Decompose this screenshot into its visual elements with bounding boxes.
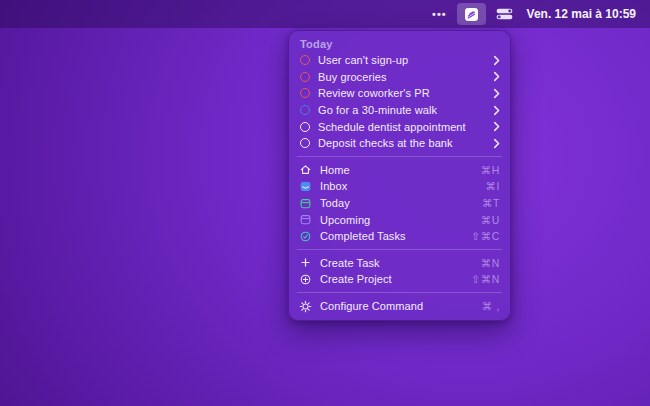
plus-icon <box>299 256 312 269</box>
menu-item-today[interactable]: Today⌘T <box>289 195 510 212</box>
chevron-right-icon <box>493 55 500 66</box>
command-menu-panel: Today User can't sign-upBuy groceriesRev… <box>288 30 511 321</box>
task-status-circle-icon[interactable] <box>300 138 310 148</box>
inbox-icon <box>299 180 312 193</box>
task-item-label: Go for a 30-minute walk <box>318 104 485 116</box>
menu-item-inbox[interactable]: Inbox⌘I <box>289 178 510 195</box>
menu-item-label: Today <box>320 197 474 209</box>
task-item-buy-groceries[interactable]: Buy groceries <box>289 69 510 86</box>
menu-item-label: Completed Tasks <box>320 230 463 242</box>
task-item-go-for-a-30-minute-walk[interactable]: Go for a 30-minute walk <box>289 102 510 119</box>
keyboard-shortcut: ⌘H <box>481 164 500 176</box>
completed-icon <box>299 230 312 243</box>
gear-icon <box>299 300 312 313</box>
chevron-right-icon <box>493 121 500 132</box>
chevron-right-icon <box>493 138 500 149</box>
command-app-logo-icon <box>463 6 480 23</box>
task-status-circle-icon[interactable] <box>300 122 310 132</box>
create-list: Create Task⌘NCreate Project⇧⌘N <box>289 255 510 288</box>
task-item-label: Buy groceries <box>318 71 485 83</box>
menu-item-label: Create Project <box>320 273 463 285</box>
menu-item-label: Create Task <box>320 257 473 269</box>
task-item-label: Deposit checks at the bank <box>318 137 485 149</box>
keyboard-shortcut: ⇧⌘N <box>471 273 500 285</box>
menu-item-completed-tasks[interactable]: Completed Tasks⇧⌘C <box>289 228 510 245</box>
footer-list: Configure Command⌘ , <box>289 298 510 315</box>
overflow-dots-icon[interactable]: ••• <box>426 3 453 25</box>
menu-divider <box>297 249 502 250</box>
keyboard-shortcut: ⌘U <box>481 214 500 226</box>
task-item-user-can-t-sign-up[interactable]: User can't sign-up <box>289 52 510 69</box>
menu-item-label: Upcoming <box>320 214 473 226</box>
menu-item-create-project[interactable]: Create Project⇧⌘N <box>289 271 510 288</box>
task-item-label: User can't sign-up <box>318 54 485 66</box>
chevron-right-icon <box>493 88 500 99</box>
chevron-right-icon <box>493 105 500 116</box>
keyboard-shortcut: ⌘N <box>481 257 500 269</box>
menu-item-upcoming[interactable]: Upcoming⌘U <box>289 211 510 228</box>
task-item-label: Schedule dentist appointment <box>318 121 485 133</box>
menu-item-home[interactable]: Home⌘H <box>289 162 510 179</box>
upcoming-icon <box>299 213 312 226</box>
circle-plus-icon <box>299 273 312 286</box>
menu-item-create-task[interactable]: Create Task⌘N <box>289 255 510 272</box>
task-item-deposit-checks-at-the-bank[interactable]: Deposit checks at the bank <box>289 135 510 152</box>
keyboard-shortcut: ⌘T <box>482 197 500 209</box>
task-status-circle-icon[interactable] <box>300 105 310 115</box>
menu-divider <box>297 292 502 293</box>
menu-item-configure-command[interactable]: Configure Command⌘ , <box>289 298 510 315</box>
control-center-icon[interactable] <box>490 3 519 25</box>
today-icon <box>299 197 312 210</box>
menubar-clock[interactable]: Ven. 12 mai à 10:59 <box>523 3 642 25</box>
keyboard-shortcut: ⌘I <box>485 180 500 192</box>
keyboard-shortcut: ⇧⌘C <box>471 230 500 242</box>
task-status-circle-icon[interactable] <box>300 88 310 98</box>
today-section-header: Today <box>289 36 510 52</box>
task-item-label: Review coworker's PR <box>318 87 485 99</box>
nav-list: Home⌘HInbox⌘IToday⌘TUpcoming⌘UCompleted … <box>289 162 510 245</box>
keyboard-shortcut: ⌘ , <box>482 300 500 312</box>
command-app-menubar-icon[interactable] <box>457 3 486 25</box>
menu-divider <box>297 156 502 157</box>
menu-item-label: Home <box>320 164 473 176</box>
today-task-list: User can't sign-upBuy groceriesReview co… <box>289 52 510 152</box>
task-item-schedule-dentist-appointment[interactable]: Schedule dentist appointment <box>289 118 510 135</box>
task-status-circle-icon[interactable] <box>300 72 310 82</box>
task-item-review-coworker-s-pr[interactable]: Review coworker's PR <box>289 85 510 102</box>
home-icon <box>299 163 312 176</box>
menu-bar: ••• Ven. 12 mai à 10:59 <box>0 0 650 28</box>
chevron-right-icon <box>493 71 500 82</box>
menu-item-label: Configure Command <box>320 300 474 312</box>
task-status-circle-icon[interactable] <box>300 55 310 65</box>
menu-item-label: Inbox <box>320 180 477 192</box>
